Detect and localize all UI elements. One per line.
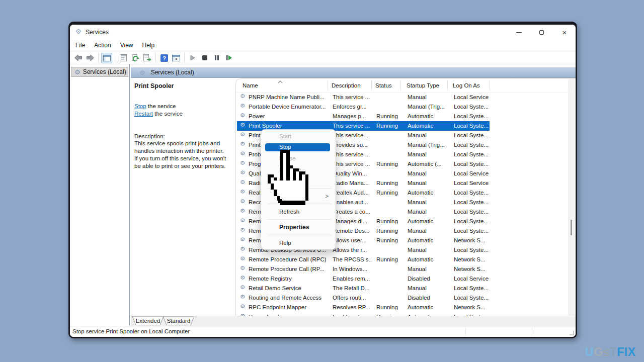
cell-startup-type: Automatic — [408, 304, 448, 310]
cell-log-on-as: Local Syste... — [454, 190, 490, 196]
cell-description: Resolves RP... — [333, 304, 372, 310]
tree-item-services-local[interactable]: ⚙ Services (Local) — [71, 67, 128, 77]
cell-startup-type: Manual — [408, 285, 448, 291]
stop-service-icon[interactable] — [199, 53, 210, 63]
cell-log-on-as: Local Syste... — [454, 104, 490, 110]
menu-help[interactable]: Help — [138, 40, 159, 50]
cell-startup-type: Manual — [408, 94, 448, 100]
cell-description: In Windows... — [333, 266, 372, 272]
close-icon: × — [562, 29, 567, 36]
cell-startup-type: Manual — [408, 170, 448, 176]
column-header-startup-type[interactable]: Startup Type — [407, 82, 439, 88]
menu-file[interactable]: File — [71, 40, 90, 50]
service-row[interactable]: ⚙PNRP Machine Name Publi...This service … — [237, 93, 490, 102]
status-bar-text: Stop service Print Spooler on Local Comp… — [72, 328, 190, 334]
tab-standard[interactable]: Standard — [163, 316, 194, 325]
maximize-icon — [539, 30, 544, 35]
start-service-icon[interactable] — [187, 53, 198, 63]
column-separator[interactable] — [328, 80, 328, 90]
properties-icon[interactable] — [118, 53, 129, 63]
service-row[interactable]: ⚙Routing and Remote AccessOffers routi..… — [237, 293, 490, 303]
cell-name: Routing and Remote Access — [249, 295, 328, 301]
cell-name: PNRP Machine Name Publi... — [249, 94, 328, 100]
cell-startup-type: Manual — [408, 228, 448, 234]
service-gear-icon: ⚙ — [240, 179, 245, 186]
menu-view[interactable]: View — [116, 40, 138, 50]
service-row[interactable]: ⚙Remote RegistryEnables rem...DisabledLo… — [237, 274, 490, 284]
cell-status: Running — [376, 113, 400, 119]
cell-description: Allows user... — [333, 237, 372, 243]
service-gear-icon: ⚙ — [240, 208, 245, 214]
pause-service-icon[interactable] — [211, 53, 222, 63]
back-icon[interactable] — [72, 53, 84, 63]
cell-description: The RPCSS s... — [333, 256, 372, 262]
export-list-icon[interactable] — [142, 53, 153, 63]
cell-startup-type: Automatic — [408, 190, 448, 196]
column-separator[interactable] — [490, 80, 490, 90]
column-header-description[interactable]: Description — [332, 82, 361, 88]
menu-item-refresh[interactable]: Refresh — [261, 206, 336, 217]
cell-description: Enables rem... — [333, 276, 372, 282]
svg-text:Extended: Extended — [136, 318, 160, 324]
cell-name: Retail Demo Service — [249, 285, 328, 291]
column-separator[interactable] — [371, 80, 372, 90]
scrollbar-thumb[interactable] — [571, 220, 572, 235]
service-row[interactable]: ⚙Remote Procedure Call (RPC)The RPCSS s.… — [237, 255, 490, 264]
stop-service-link[interactable]: Stop — [134, 103, 146, 109]
cell-name: Remote Procedure Call (RP... — [249, 266, 328, 272]
tab-extended[interactable]: Extended — [132, 316, 164, 325]
show-console-tree-icon[interactable] — [101, 53, 112, 63]
pane-header-icon: ⚙ — [139, 69, 145, 76]
menu-separator — [267, 235, 332, 235]
vertical-scrollbar[interactable] — [568, 79, 575, 316]
help-icon[interactable]: ? — [158, 53, 170, 63]
menu-item-help[interactable]: Help — [261, 237, 336, 248]
service-row[interactable]: ⚙Portable Device Enumerator...Enforces g… — [237, 102, 490, 112]
minimize-button[interactable] — [508, 25, 530, 40]
service-gear-icon: ⚙ — [240, 113, 245, 119]
cell-startup-type: Disabled — [408, 295, 448, 301]
service-row[interactable]: ⚙RPC Endpoint MapperResolves RP...Runnin… — [237, 303, 490, 312]
cell-status: Running — [376, 180, 400, 186]
maximize-button[interactable] — [530, 25, 552, 40]
cell-status: Running — [376, 218, 400, 224]
status-bar-divider — [532, 328, 532, 335]
view-tab-strip: ExtendedStandard — [131, 316, 576, 326]
menu-action[interactable]: Action — [90, 40, 115, 50]
column-separator[interactable] — [447, 80, 448, 90]
hand-cursor-icon — [268, 150, 311, 205]
service-row[interactable]: ⚙Remote Procedure Call (RP...In Windows.… — [237, 264, 490, 274]
service-row[interactable]: ⚙PowerManages p...RunningAutomaticLocal … — [237, 112, 490, 121]
cell-description: Manages di... — [333, 218, 372, 224]
pane-header-band: ⚙ Services (Local) — [131, 67, 576, 78]
cell-startup-type: Manual — [408, 180, 448, 186]
service-gear-icon: ⚙ — [240, 227, 245, 233]
title-bar[interactable]: ⚙ Services × — [70, 25, 576, 40]
service-row[interactable]: ⚙Secondary LogonEnables st...RunningAuto… — [237, 312, 490, 316]
restart-service-link[interactable]: Restart — [134, 111, 153, 117]
forward-icon[interactable] — [85, 53, 96, 63]
close-button[interactable]: × — [553, 25, 576, 40]
service-row[interactable]: ⚙Retail Demo ServiceThe Retail D...Manua… — [237, 284, 490, 293]
cell-startup-type: Manual — [408, 209, 448, 215]
column-separator[interactable] — [400, 80, 401, 90]
service-description: This service spools print jobs andhandle… — [134, 140, 233, 170]
cell-log-on-as: Network S... — [454, 304, 490, 310]
column-header-name[interactable]: Name — [243, 82, 258, 88]
cell-name: Print Spooler — [249, 123, 328, 129]
refresh-icon[interactable] — [130, 53, 141, 63]
cell-startup-type: Manual — [408, 151, 448, 157]
column-header-log-on-as[interactable]: Log On As — [453, 82, 480, 88]
cell-description: Enables aut... — [333, 199, 372, 205]
sort-ascending-icon — [277, 80, 283, 84]
service-gear-icon: ⚙ — [240, 256, 245, 262]
cell-log-on-as: Local Syste... — [454, 285, 490, 291]
show-in-new-window-icon[interactable] — [171, 53, 182, 63]
restart-service-icon[interactable] — [223, 53, 234, 63]
menu-item-properties[interactable]: Properties — [261, 222, 336, 233]
resize-grip[interactable] — [570, 331, 574, 335]
column-header-status[interactable]: Status — [375, 82, 392, 88]
menu-separator — [267, 219, 332, 220]
cell-status: Running — [376, 228, 400, 234]
cell-description: Enforces gr... — [333, 104, 372, 110]
